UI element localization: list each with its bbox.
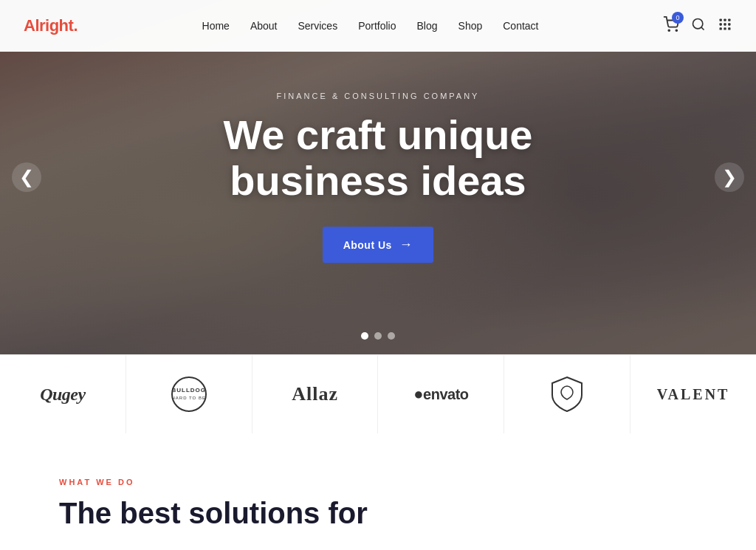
svg-rect-6 [728,18,730,21]
svg-rect-9 [728,23,730,25]
hero-section: ❮ ❯ Finance & Consulting Company We craf… [0,0,756,354]
main-nav: Home About Services Portfolio Blog Shop … [202,19,539,32]
nav-item-portfolio[interactable]: Portfolio [358,20,396,32]
hero-cta-arrow-icon: → [399,237,413,252]
hero-subtitle: Finance & Consulting Company [157,92,599,100]
slider-dot-1[interactable] [361,332,368,340]
hero-cta-button[interactable]: About Us → [323,227,434,263]
logo-valent-text: VALENT [657,386,730,403]
logo-envato: ●envato [378,355,504,433]
section-title: The best solutions for [59,495,697,531]
svg-line-3 [701,27,704,30]
logo-allaz: Allaz [252,355,379,433]
what-we-do-section: What We Do The best solutions for [0,433,756,546]
svg-rect-7 [720,23,722,25]
logo-bulldog-ring: BULLDOGHARD TO BE [171,377,207,412]
nav-item-contact[interactable]: Contact [503,20,538,32]
slider-prev-button[interactable]: ❮ [12,162,41,192]
slider-next-button[interactable]: ❯ [715,162,744,192]
svg-rect-5 [724,18,726,21]
brand-name: Alright [24,16,73,35]
nav-item-shop[interactable]: Shop [458,20,483,32]
svg-rect-11 [724,27,726,30]
svg-point-1 [676,30,677,31]
nav-item-services[interactable]: Services [298,20,337,32]
slider-dots [361,332,395,340]
logo-shield [504,355,630,433]
logo-qugey-text: Qugey [40,385,85,405]
hero-title: We craft unique business ideas [157,112,599,203]
cart-button[interactable]: 0 [663,16,679,35]
logo-allaz-text: Allaz [292,383,338,405]
section-tag: What We Do [59,478,697,487]
brand-dot: . [73,16,78,35]
logo-envato-text: ●envato [413,385,468,404]
navbar-icons: 0 [663,16,732,35]
logos-strip: Qugey BULLDOGHARD TO BE Allaz ●envato VA… [0,354,756,433]
navbar: Alright. Home About Services Portfolio B… [0,0,756,52]
svg-rect-8 [724,23,726,25]
hero-cta-label: About Us [343,239,392,251]
search-button[interactable] [691,17,706,35]
logo-valent: VALENT [630,355,756,433]
svg-rect-10 [720,27,722,30]
svg-rect-12 [728,27,730,30]
svg-rect-4 [720,18,722,21]
logo-shield-icon [551,376,583,413]
slider-dot-2[interactable] [374,332,382,340]
nav-item-blog[interactable]: Blog [417,20,438,32]
grid-menu-button[interactable] [718,17,732,35]
brand-logo[interactable]: Alright. [24,16,78,35]
hero-content: Finance & Consulting Company We craft un… [157,92,599,263]
svg-point-0 [668,30,670,31]
logo-qugey: Qugey [0,355,126,433]
logo-bulldog: BULLDOGHARD TO BE [126,355,252,433]
nav-item-about[interactable]: About [250,20,278,32]
slider-dot-3[interactable] [388,332,395,340]
cart-badge: 0 [672,12,684,24]
logo-bulldog-circle: BULLDOGHARD TO BE [171,377,207,412]
svg-point-2 [693,18,703,28]
nav-item-home[interactable]: Home [202,20,230,32]
